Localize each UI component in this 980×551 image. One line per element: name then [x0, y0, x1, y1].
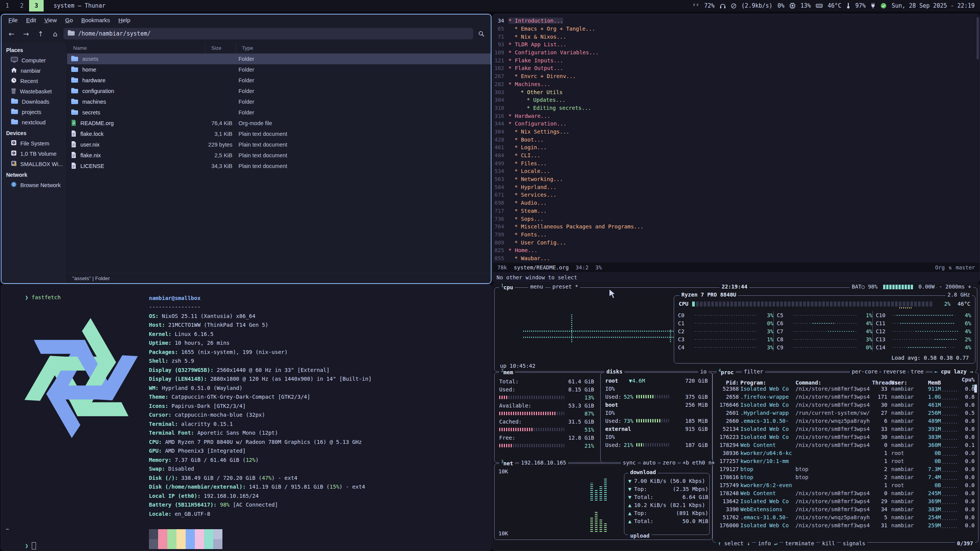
- btop-menu-button[interactable]: menu: [528, 284, 545, 290]
- org-heading-line-563[interactable]: 563* Networking...: [493, 175, 980, 183]
- proc-filter-button[interactable]: filter: [742, 368, 765, 375]
- sidebar-item-projects[interactable]: projects: [2, 107, 67, 117]
- proc-row-176646[interactable]: 176646Isolated Web Co/nix/store/sm8fmrf3…: [713, 401, 978, 409]
- file-row-flake.lock[interactable]: flake.lock3,1 KiBPlain text document: [67, 129, 491, 139]
- file-row-machines[interactable]: machinesFolder: [67, 96, 491, 107]
- org-heading-line-534[interactable]: 534* Locale...: [493, 167, 980, 175]
- proc-row-178294[interactable]: 178294Web Content/nix/store/sm8fmrf3wps4…: [713, 441, 978, 449]
- path-field[interactable]: /home/nambiar/system/: [64, 28, 473, 39]
- proc-row-178248[interactable]: 178248Web Content/nix/store/sm8fmrf3wps4…: [713, 489, 978, 497]
- column-header-name[interactable]: Name: [67, 43, 205, 53]
- org-heading-line-671[interactable]: 671* Services...: [493, 191, 980, 199]
- shell-prompt-2[interactable]: ❯: [6, 536, 36, 551]
- org-heading-line-461[interactable]: 461* Login...: [493, 143, 980, 152]
- sidebar-item-browse-network[interactable]: Browse Network: [2, 180, 67, 190]
- proc-row-52368[interactable]: 52368Isolated Web Co/nix/store/sm8fmrf3w…: [713, 385, 978, 393]
- home-button[interactable]: ⌂: [49, 28, 61, 39]
- org-heading-line-71[interactable]: 71* Nix & Nixos...: [493, 33, 980, 41]
- net-control-sync[interactable]: sync: [621, 460, 638, 466]
- back-button[interactable]: ←: [5, 28, 18, 39]
- org-heading-line-698[interactable]: 698* Audio...: [493, 199, 980, 207]
- sidebar-item-file-system[interactable]: File System: [2, 138, 67, 148]
- org-heading-line-303[interactable]: 303* Other Utils: [493, 88, 980, 96]
- sidebar-item-1-0-tb-volume[interactable]: 1,0 TB Volume: [2, 148, 67, 159]
- emacs-window[interactable]: 34* Introduction...65* Emacs + Org + Tan…: [492, 14, 980, 282]
- workspace-2[interactable]: 2: [15, 0, 29, 11]
- menu-edit[interactable]: Edit: [22, 16, 40, 24]
- proc-action-signals[interactable]: signals: [841, 540, 867, 546]
- org-heading-line-162[interactable]: 162* Flake Output...: [493, 64, 980, 72]
- menu-bookmarks[interactable]: Bookmarks: [77, 16, 114, 24]
- net-control--b-eth0-n-[interactable]: +b eth0 n+: [681, 460, 717, 466]
- org-heading-line-93[interactable]: 93* TLDR App List...: [493, 41, 980, 49]
- proc-row-3390[interactable]: 3390WebExtensions/nix/store/sm8fmrf3wps4…: [713, 505, 978, 513]
- btop-preset-button[interactable]: preset *: [550, 284, 580, 290]
- proc-action-terminate[interactable]: terminate: [783, 540, 816, 546]
- proc-action--select-[interactable]: ↑ select ↓: [716, 540, 752, 546]
- workspace-1[interactable]: 1: [0, 0, 15, 11]
- menu-view[interactable]: View: [41, 16, 60, 24]
- proc-row-51762[interactable]: 51762.emacs-31.0.50-/nix/store/wnqz5pa8r…: [713, 513, 978, 521]
- workspace-3[interactable]: 3: [29, 0, 44, 11]
- org-heading-line-34[interactable]: 34* Introduction...: [493, 17, 980, 25]
- org-heading-line-809[interactable]: 809* User Config...: [493, 238, 980, 246]
- file-row-configuration[interactable]: configurationFolder: [67, 86, 491, 96]
- btop-window[interactable]: 1cpumenupreset *22:19:44BAT○ 98% 0.00W- …: [492, 283, 980, 551]
- org-heading-line-344[interactable]: 344* Configuration...: [493, 120, 980, 128]
- file-row-hardware[interactable]: hardwareFolder: [67, 75, 491, 86]
- search-button[interactable]: [475, 28, 487, 39]
- org-heading-line-855[interactable]: 855* Waubar...: [493, 254, 980, 262]
- file-row-home[interactable]: homeFolder: [67, 64, 491, 75]
- org-heading-line-825[interactable]: 825* Home...: [493, 246, 980, 254]
- proc-row-176000[interactable]: 176000Isolated Web Co/nix/store/sm8fmrf3…: [713, 521, 978, 529]
- org-heading-line-736[interactable]: 736* Sops...: [493, 215, 980, 223]
- file-row-license[interactable]: LICENSE34,3 KiBPlain text document: [67, 161, 491, 171]
- proc-action-kill[interactable]: kill: [820, 540, 837, 546]
- org-heading-line-484[interactable]: 484* CLI...: [493, 152, 980, 160]
- file-row-secrets[interactable]: secretsFolder: [67, 107, 491, 118]
- org-heading-line-267[interactable]: 267* Envrc + Direnv...: [493, 72, 980, 80]
- net-control-zero[interactable]: zero: [661, 460, 678, 466]
- org-heading-line-428[interactable]: 428* Boot...: [493, 135, 980, 143]
- sidebar-item-smallbox-wi-[interactable]: SMALLBOX Wi...: [2, 159, 67, 169]
- org-heading-line-799[interactable]: 799* Fonts...: [493, 231, 980, 239]
- emacs-scrollbar[interactable]: [977, 17, 979, 59]
- proc-row-2601[interactable]: 2601.Hyprland-wrapp/run/current-system/s…: [713, 409, 978, 417]
- org-heading-line-717[interactable]: 717* Steam...: [493, 207, 980, 215]
- menu-file[interactable]: File: [5, 16, 21, 24]
- proc-tree-toggle[interactable]: tree: [909, 368, 926, 375]
- sidebar-item-computer[interactable]: Computer: [2, 55, 67, 65]
- proc-row-13642[interactable]: 13642Isolated Web Co/nix/store/sm8fmrf3w…: [713, 497, 978, 505]
- proc-row-176223[interactable]: 176223Isolated Web Co/nix/store/sm8fmrf3…: [713, 433, 978, 441]
- org-heading-line-121[interactable]: 121* Flake Inputs...: [493, 56, 980, 64]
- menu-help[interactable]: Help: [114, 16, 134, 24]
- proc-per-core-toggle[interactable]: per-core: [850, 368, 879, 375]
- proc-row-52134[interactable]: 52134Isolated Web Co/nix/store/sm8fmrf3w…: [713, 425, 978, 433]
- proc-row-179127[interactable]: 179127btopbtop 2nambiar7.3M 0.0: [713, 465, 978, 473]
- sidebar-item-recent[interactable]: Recent: [2, 76, 67, 86]
- disks-io-toggle[interactable]: io: [698, 368, 709, 375]
- proc-row-177257[interactable]: 177257kworker/10:1-mm_ 1root0B 0.0: [713, 457, 978, 465]
- org-heading-line-316[interactable]: 316* Hardware...: [493, 112, 980, 120]
- org-heading-line-584[interactable]: 584* Hyprland...: [493, 183, 980, 191]
- file-row-assets[interactable]: assetsFolder: [67, 54, 491, 64]
- org-heading-line-310[interactable]: 310* Editing secrets...: [493, 104, 980, 112]
- org-heading-line-282[interactable]: 282* Machines...: [493, 80, 980, 88]
- terminal-window[interactable]: ❯ fastfetch nambiar@smallbox------------…: [1, 284, 492, 551]
- proc-action-info-[interactable]: info ↵: [756, 540, 779, 546]
- sidebar-item-nambiar[interactable]: nambiar: [2, 65, 67, 76]
- proc-row-38936[interactable]: 38936kworker/u64:6-kc 1root0B 0.0: [713, 449, 978, 457]
- proc-scrollbar[interactable]: [974, 385, 977, 393]
- sidebar-item-nextcloud[interactable]: nextcloud: [2, 117, 67, 127]
- proc-row-2658[interactable]: 2658.firefox-wrappe/nix/store/sm8fmrf3wp…: [713, 393, 978, 401]
- column-header-size[interactable]: Size: [205, 43, 236, 53]
- proc-sort-selector[interactable]: ← cpu lazy →: [933, 368, 975, 375]
- file-row-flake.nix[interactable]: flake.nix2,5 KiBPlain text document: [67, 150, 491, 161]
- column-header-type[interactable]: Type: [236, 43, 491, 53]
- net-control-auto[interactable]: auto: [641, 460, 658, 466]
- up-button[interactable]: ↑: [34, 28, 47, 39]
- proc-row-178616[interactable]: 178616btopbtop 2nambiar7.4M 0.0: [713, 473, 978, 481]
- file-row-user.nix[interactable]: user.nix229 bytesPlain text document: [67, 139, 491, 150]
- org-heading-line-304[interactable]: 304* Updates...: [493, 96, 980, 104]
- sidebar-item-downloads[interactable]: Downloads: [2, 96, 67, 107]
